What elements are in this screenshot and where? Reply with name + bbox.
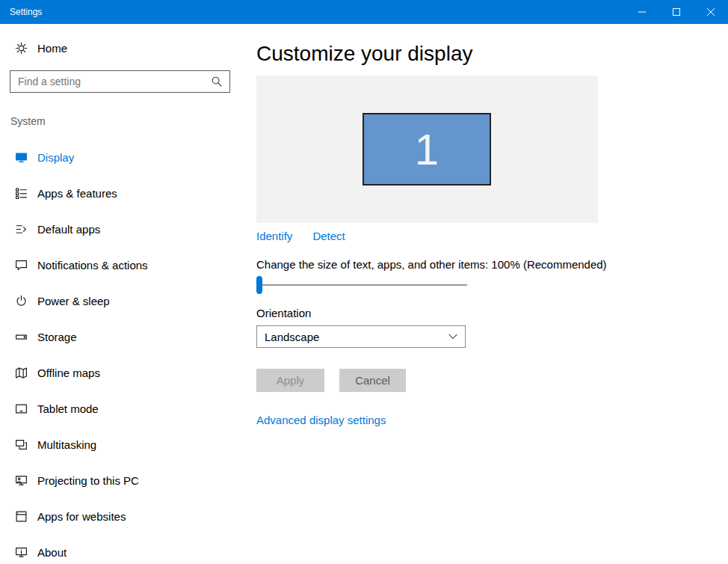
sidebar-item-apps-features[interactable]: Apps & features — [0, 175, 256, 211]
monitor-number: 1 — [415, 128, 439, 171]
window-title: Settings — [0, 7, 42, 17]
sidebar-item-label: About — [37, 546, 67, 559]
sidebar-item-label: Tablet mode — [37, 402, 99, 415]
gear-icon — [15, 42, 28, 55]
search-input[interactable] — [10, 71, 211, 92]
sidebar-menu: Display Apps & features Default apps Not… — [0, 139, 256, 564]
sidebar-item-label: Multitasking — [37, 438, 96, 451]
sidebar-item-label: Notifications & actions — [37, 259, 148, 272]
sidebar-item-multitasking[interactable]: Multitasking — [0, 426, 256, 462]
close-icon — [707, 8, 715, 16]
sidebar-item-label: Apps for websites — [37, 510, 126, 523]
sidebar-item-home[interactable]: Home — [0, 33, 256, 63]
minimize-button[interactable] — [625, 0, 659, 24]
sidebar-item-label: Power & sleep — [37, 295, 110, 307]
sidebar-item-about[interactable]: About — [0, 534, 256, 564]
main-content: Customize your display 1 Identify Detect… — [256, 24, 728, 564]
apps-features-icon — [15, 187, 28, 200]
sidebar-item-label: Storage — [37, 331, 77, 343]
display-icon — [15, 151, 28, 164]
tablet-mode-icon — [15, 402, 28, 415]
advanced-display-settings-link[interactable]: Advanced display settings — [256, 414, 386, 426]
app-body: Home System Display Apps & features Defa… — [0, 24, 728, 564]
cancel-button[interactable]: Cancel — [339, 369, 406, 392]
default-apps-icon — [15, 223, 28, 236]
multitasking-icon — [15, 438, 28, 451]
monitor-1[interactable]: 1 — [363, 113, 491, 186]
orientation-value: Landscape — [265, 331, 319, 343]
sidebar-section-label: System — [10, 115, 256, 127]
sidebar-item-label: Offline maps — [37, 367, 100, 379]
slider-track[interactable] — [256, 284, 467, 286]
sidebar-item-label: Apps & features — [37, 187, 117, 200]
home-label: Home — [37, 42, 67, 55]
sidebar-item-display[interactable]: Display — [0, 139, 256, 175]
scale-label: Change the size of text, apps, and other… — [256, 257, 728, 272]
window-controls — [625, 0, 728, 24]
maximize-button[interactable] — [659, 0, 694, 24]
search-icon[interactable] — [211, 76, 223, 88]
sidebar: Home System Display Apps & features Defa… — [0, 24, 256, 564]
button-row: Apply Cancel — [256, 369, 728, 392]
titlebar: Settings — [0, 0, 728, 24]
maximize-icon — [673, 8, 680, 16]
sidebar-item-offline-maps[interactable]: Offline maps — [0, 355, 256, 390]
notifications-icon — [15, 259, 28, 272]
chevron-down-icon — [448, 334, 457, 340]
identify-detect-row: Identify Detect — [256, 230, 728, 242]
about-icon — [15, 546, 28, 559]
sidebar-item-notifications-actions[interactable]: Notifications & actions — [0, 247, 256, 283]
apps-for-websites-icon — [15, 510, 28, 523]
orientation-label: Orientation — [256, 306, 728, 320]
page-title: Customize your display — [256, 41, 728, 67]
storage-icon — [15, 331, 28, 343]
minimize-icon — [638, 8, 646, 16]
sidebar-item-apps-for-websites[interactable]: Apps for websites — [0, 498, 256, 534]
slider-thumb[interactable] — [256, 276, 262, 294]
monitor-preview-area: 1 — [256, 76, 598, 223]
scale-slider[interactable] — [256, 276, 467, 294]
offline-maps-icon — [15, 367, 28, 379]
search-box — [10, 70, 230, 93]
projecting-icon — [15, 474, 28, 487]
orientation-dropdown[interactable]: Landscape — [256, 325, 466, 348]
sidebar-item-label: Display — [37, 151, 74, 164]
detect-link[interactable]: Detect — [312, 230, 345, 242]
sidebar-item-default-apps[interactable]: Default apps — [0, 211, 256, 247]
sidebar-item-label: Default apps — [37, 223, 100, 236]
sidebar-item-tablet-mode[interactable]: Tablet mode — [0, 390, 256, 426]
sidebar-item-storage[interactable]: Storage — [0, 319, 256, 355]
sidebar-item-label: Projecting to this PC — [37, 474, 139, 487]
sidebar-item-power-sleep[interactable]: Power & sleep — [0, 283, 256, 319]
power-icon — [15, 295, 28, 307]
apply-button[interactable]: Apply — [256, 369, 324, 392]
sidebar-item-projecting-to-this-pc[interactable]: Projecting to this PC — [0, 462, 256, 498]
identify-link[interactable]: Identify — [256, 230, 292, 242]
settings-window: Settings Home System — [0, 0, 728, 564]
close-button[interactable] — [694, 0, 728, 24]
